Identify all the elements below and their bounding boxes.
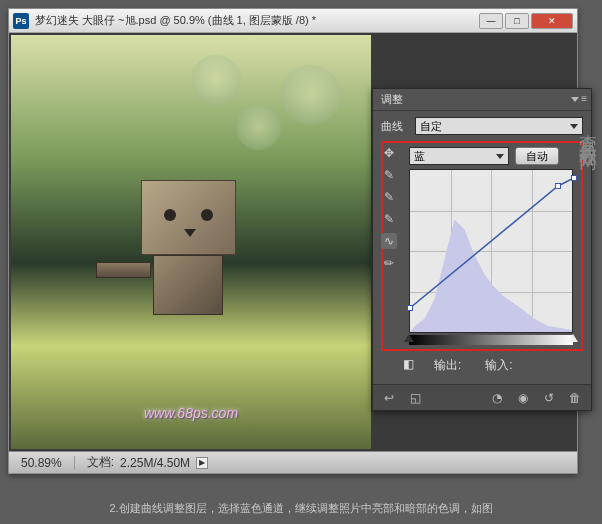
tutorial-caption: 2.创建曲线调整图层，选择蓝色通道，继续调整照片中亮部和暗部的色调，如图 — [0, 501, 602, 516]
eyedropper-gray-icon[interactable]: ✎ — [381, 189, 397, 205]
input-gradient-slider[interactable] — [409, 335, 573, 345]
eyedropper-white-icon[interactable]: ✎ — [381, 211, 397, 227]
target-adjust-icon[interactable]: ✥ — [381, 145, 397, 161]
type-label: 曲线 — [381, 119, 409, 134]
watermark-text: www.68ps.com — [144, 405, 238, 421]
doc-label: 文档: — [87, 454, 114, 471]
curve-handle[interactable] — [571, 175, 577, 181]
output-input-row: ◧ 输出: 输入: — [403, 357, 583, 374]
visibility-icon[interactable]: ◉ — [515, 390, 531, 406]
zoom-level[interactable]: 50.89% — [9, 456, 75, 470]
panel-footer: ↩ ◱ ◔ ◉ ↺ 🗑 — [373, 384, 591, 410]
curve-pencil-tool-icon[interactable]: ✏ — [381, 255, 397, 271]
bokeh-decoration — [236, 105, 281, 150]
document-canvas[interactable]: www.68ps.com — [11, 35, 371, 449]
statusbar-menu-arrow[interactable]: ▶ — [196, 457, 208, 469]
maximize-button[interactable]: □ — [505, 13, 529, 29]
document-info: 文档: 2.25M/4.50M ▶ — [75, 454, 220, 471]
trash-icon[interactable]: 🗑 — [567, 390, 583, 406]
highlight-box: 蓝 自动 — [381, 141, 583, 351]
channel-dropdown[interactable]: 蓝 — [409, 147, 509, 165]
adjustments-panel: 调整 ≡ 曲线 自定 ✥ ✎ ✎ ✎ ∿ ✏ 蓝 自动 — [372, 88, 592, 411]
curve-handle[interactable] — [555, 183, 561, 189]
window-title: 梦幻迷失 大眼仔 ~旭.psd @ 50.9% (曲线 1, 图层蒙版 /8) … — [35, 13, 479, 28]
panel-tab[interactable]: 调整 ≡ — [373, 89, 591, 111]
minimize-button[interactable]: — — [479, 13, 503, 29]
panel-menu-icon[interactable]: ≡ — [571, 93, 587, 104]
bokeh-decoration — [191, 55, 241, 105]
expand-icon[interactable]: ◱ — [407, 390, 423, 406]
curve-line — [410, 170, 574, 334]
eyedropper-black-icon[interactable]: ✎ — [381, 167, 397, 183]
channel-row: 蓝 自动 — [409, 147, 577, 165]
return-icon[interactable]: ↩ — [381, 390, 397, 406]
reset-icon[interactable]: ↺ — [541, 390, 557, 406]
subject-figure — [141, 180, 236, 315]
preset-dropdown[interactable]: 自定 — [415, 117, 583, 135]
curve-point-tool-icon[interactable]: ∿ — [381, 233, 397, 249]
doc-size: 2.25M/4.50M — [120, 456, 190, 470]
clip-icon[interactable]: ◔ — [489, 390, 505, 406]
levels-icon[interactable]: ◧ — [403, 357, 414, 374]
curve-graph[interactable] — [409, 169, 573, 333]
close-button[interactable]: ✕ — [531, 13, 573, 29]
bokeh-decoration — [281, 65, 341, 125]
adjustment-type-row: 曲线 自定 — [381, 117, 583, 135]
site-watermark: 查字典教程网 — [576, 120, 600, 144]
panel-tab-label: 调整 — [381, 92, 403, 107]
input-label: 输入: — [485, 358, 512, 372]
titlebar: Ps 梦幻迷失 大眼仔 ~旭.psd @ 50.9% (曲线 1, 图层蒙版 /… — [9, 9, 577, 33]
photoshop-icon: Ps — [13, 13, 29, 29]
output-label: 输出: — [434, 358, 461, 372]
curve-editor: 蓝 自动 — [409, 147, 577, 345]
white-point-handle[interactable] — [568, 334, 578, 342]
auto-button[interactable]: 自动 — [515, 147, 559, 165]
panel-body: 曲线 自定 ✥ ✎ ✎ ✎ ∿ ✏ 蓝 自动 — [373, 111, 591, 384]
statusbar: 50.89% 文档: 2.25M/4.50M ▶ — [9, 451, 577, 473]
curve-handle[interactable] — [407, 305, 413, 311]
window-controls: — □ ✕ — [479, 13, 573, 29]
curve-tools: ✥ ✎ ✎ ✎ ∿ ✏ — [381, 145, 397, 271]
black-point-handle[interactable] — [404, 334, 414, 342]
